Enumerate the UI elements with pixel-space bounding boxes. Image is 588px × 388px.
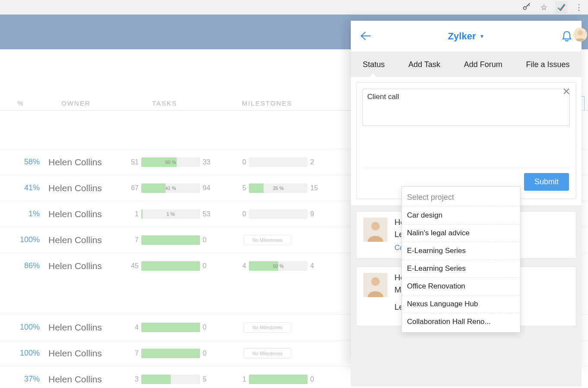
percent-value: 58% [0, 157, 40, 167]
svg-point-3 [371, 222, 380, 231]
milestone-count-open: 15 [310, 184, 321, 192]
browser-menu-icon[interactable]: ⋮ [572, 1, 585, 13]
no-milestones-badge: No Milestones [244, 348, 291, 359]
dropdown-item[interactable]: Nexus Language Hub [402, 295, 520, 313]
percent-value: 100% [0, 235, 40, 244]
milestones-progress: 0 2 [235, 157, 321, 167]
svg-point-5 [371, 277, 380, 286]
task-count-done: 7 [127, 236, 139, 244]
task-count-open: 0 [203, 236, 214, 244]
progress-bar [249, 375, 308, 384]
milestone-count-open: 2 [310, 158, 321, 166]
progress-bar: 60 % [141, 157, 200, 167]
dropdown-item[interactable]: Car design [402, 206, 520, 224]
panel-header: Zylker ▼ [351, 21, 582, 52]
tasks-progress: 67 41 % 94 [127, 183, 214, 193]
milestone-count-open: 0 [310, 375, 321, 383]
task-count-done: 7 [127, 350, 139, 357]
task-count-open: 0 [203, 262, 214, 270]
task-count-done: 3 [127, 375, 139, 383]
task-count-done: 45 [127, 262, 139, 270]
tasks-progress: 4 0 [127, 323, 214, 332]
task-count-done: 1 [127, 210, 139, 218]
percent-value: 37% [0, 375, 40, 384]
star-icon[interactable]: ☆ [538, 1, 550, 13]
avatar [363, 218, 388, 242]
tab-add-forum[interactable]: Add Forum [462, 60, 504, 69]
dropdown-item[interactable]: Office Renovation [402, 277, 520, 295]
submit-button[interactable]: Submit [524, 173, 569, 191]
panel-title[interactable]: Zylker [448, 31, 476, 42]
back-icon[interactable] [360, 31, 372, 42]
percent-value: 86% [0, 261, 40, 270]
owner-name: Helen Collins [48, 183, 126, 193]
milestones-progress: No Milestones [235, 348, 321, 359]
progress-bar: 50 % [249, 261, 308, 271]
owner-name: Helen Collins [48, 157, 126, 167]
milestones-progress: 5 25 % 15 [235, 183, 321, 193]
task-count-done: 67 [127, 184, 139, 192]
dropdown-item[interactable]: Nalin's legal advice [402, 224, 520, 242]
dropdown-header: Select project [402, 187, 520, 206]
project-dropdown: Select project Car designNalin's legal a… [401, 186, 521, 333]
close-icon[interactable] [563, 88, 570, 96]
owner-name: Helen Collins [48, 209, 126, 219]
milestone-count-done: 1 [235, 375, 246, 383]
tab-add-task[interactable]: Add Task [407, 60, 442, 69]
no-milestones-badge: No Milestones [244, 322, 291, 333]
col-tasks: TASKS [152, 99, 177, 107]
chevron-down-icon[interactable]: ▼ [479, 33, 484, 39]
milestone-count-open: 4 [310, 262, 321, 270]
milestones-progress: No Milestones [235, 235, 321, 245]
task-count-open: 0 [203, 350, 214, 357]
dropdown-item[interactable]: Collaboration Hall Reno... [402, 313, 520, 330]
milestone-count-open: 9 [310, 210, 321, 218]
milestone-count-done: 4 [235, 262, 246, 270]
tasks-progress: 1 1 % 53 [127, 209, 214, 219]
extension-icon[interactable] [555, 1, 567, 13]
tasks-progress: 7 0 [127, 235, 214, 245]
progress-bar [249, 157, 308, 167]
owner-name: Helen Collins [48, 261, 126, 271]
owner-name: Helen Collins [48, 235, 126, 245]
user-avatar[interactable] [573, 28, 587, 42]
key-icon[interactable] [521, 1, 533, 13]
owner-name: Helen Collins [48, 322, 126, 333]
task-count-open: 94 [203, 184, 214, 192]
task-count-done: 4 [127, 324, 139, 331]
tab-file-issue[interactable]: File a Issues [524, 60, 572, 69]
milestone-count-done: 5 [235, 184, 246, 192]
tasks-progress: 7 0 [127, 349, 214, 358]
progress-bar [141, 349, 200, 358]
avatar [363, 273, 388, 297]
task-count-done: 51 [127, 158, 139, 166]
task-count-open: 5 [203, 375, 214, 383]
task-count-open: 33 [203, 158, 214, 166]
bell-icon[interactable] [562, 30, 572, 43]
progress-bar: 1 % [141, 209, 200, 219]
panel-tabs: Status Add Task Add Forum File a Issues [351, 52, 582, 77]
task-count-open: 53 [203, 210, 214, 218]
col-percent: % [17, 99, 24, 107]
dropdown-item[interactable]: E-Learning Series [402, 260, 520, 277]
col-milestones: MILESTONES [242, 99, 292, 107]
no-milestones-badge: No Milestones [244, 235, 291, 245]
progress-bar: 25 % [249, 183, 308, 193]
milestones-progress: 1 0 [235, 375, 321, 384]
percent-value: 41% [0, 183, 40, 192]
tasks-progress: 3 5 [127, 375, 214, 384]
status-card: Submit Select project Car designNalin's … [356, 82, 576, 199]
milestone-count-done: 0 [235, 210, 246, 218]
milestones-progress: 0 9 [235, 209, 321, 219]
status-textarea[interactable] [362, 89, 570, 126]
tab-status[interactable]: Status [361, 60, 386, 69]
owner-name: Helen Collins [48, 348, 126, 359]
tasks-progress: 51 60 % 33 [127, 157, 214, 167]
progress-bar [141, 323, 200, 332]
svg-point-0 [524, 6, 527, 10]
active-tab-indicator [369, 73, 377, 77]
dropdown-item[interactable]: E-Learning Series [402, 242, 520, 260]
side-panel: Zylker ▼ Status Add Task Add Forum File … [351, 21, 582, 367]
progress-bar [141, 235, 200, 245]
progress-bar [249, 209, 308, 219]
